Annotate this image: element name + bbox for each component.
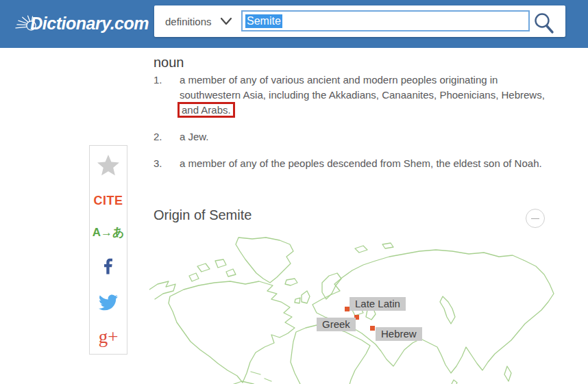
map-label-late-latin[interactable]: Late Latin <box>350 297 406 311</box>
facebook-share-button[interactable] <box>99 248 117 285</box>
logo-text: Dictionary.com <box>30 14 149 34</box>
definition-number: 1. <box>154 73 180 118</box>
dictionary-page: Dictionary.com definitions Semite noun 1… <box>0 0 588 384</box>
definition-text: a Jew. <box>180 129 209 144</box>
google-plus-icon: g+ <box>99 327 119 348</box>
map-label-greek[interactable]: Greek <box>317 318 356 331</box>
collapse-section-button[interactable] <box>526 209 545 228</box>
definition-item-2: 2. a Jew. <box>154 129 546 144</box>
cite-button[interactable]: CITE <box>93 185 123 217</box>
twitter-share-button[interactable] <box>99 285 118 320</box>
origin-section-title: Origin of Semite <box>154 207 252 223</box>
late-latin-marker <box>345 307 350 311</box>
definition-text: a member of any of various ancient and m… <box>180 73 546 118</box>
search-input-selected-text: Semite <box>245 14 282 28</box>
definition-text-part: a member of any of various ancient and m… <box>180 74 545 101</box>
map-label-hebrew[interactable]: Hebrew <box>376 327 422 341</box>
search-icon[interactable] <box>532 12 556 35</box>
definition-item-1: 1. a member of any of various ancient an… <box>154 73 546 118</box>
favorite-star-button[interactable] <box>96 146 121 185</box>
dictionary-logo[interactable]: Dictionary.com <box>15 5 149 41</box>
google-plus-share-button[interactable]: g+ <box>99 320 119 354</box>
chevron-down-icon <box>221 17 232 25</box>
definition-list: 1. a member of any of various ancient an… <box>154 73 546 183</box>
definition-number: 3. <box>154 156 180 171</box>
dropdown-selected-label: definitions <box>165 16 212 27</box>
twitter-icon <box>99 294 118 311</box>
star-icon <box>96 154 121 177</box>
definition-text: a member of any of the peoples descended… <box>180 156 542 171</box>
definitions-dropdown[interactable]: definitions <box>154 5 241 37</box>
origin-world-map: Late Latin Greek Hebrew <box>149 236 561 384</box>
hebrew-marker <box>370 326 375 331</box>
definition-number: 2. <box>154 129 180 144</box>
site-header: Dictionary.com definitions Semite <box>0 0 588 48</box>
facebook-icon <box>99 257 117 275</box>
share-sidebar: CITE A→あ g+ <box>89 145 127 355</box>
definition-item-3: 3. a member of any of the peoples descen… <box>154 156 546 171</box>
search-input[interactable]: Semite <box>241 10 530 31</box>
translate-button[interactable]: A→あ <box>93 216 125 248</box>
translate-icon: A→あ <box>93 225 125 240</box>
red-annotation-box: and Arabs. <box>177 102 235 118</box>
cite-label: CITE <box>93 194 123 208</box>
part-of-speech-heading: noun <box>154 55 184 71</box>
search-panel: definitions Semite <box>154 5 565 37</box>
